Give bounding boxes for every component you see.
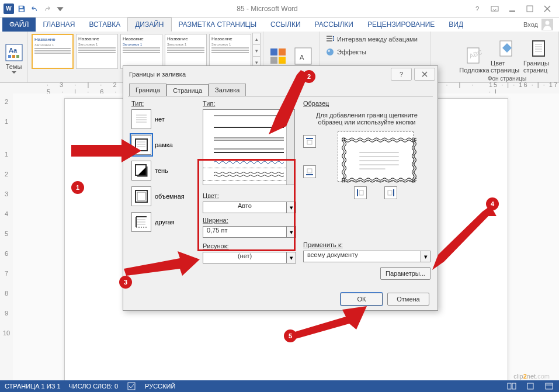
cancel-button[interactable]: Отмена bbox=[387, 293, 429, 306]
tab-insert[interactable]: ВСТАВКА bbox=[82, 18, 127, 32]
annotation-badge-2: 2 bbox=[303, 70, 315, 83]
style-set-thumb[interactable]: НазваниеЗаголовок 1 bbox=[32, 34, 74, 69]
watermark-button[interactable]: ABC Подложка bbox=[458, 33, 491, 74]
svg-rect-44 bbox=[359, 190, 363, 195]
style-gallery-scroll[interactable]: ▴▾▾ bbox=[252, 33, 261, 69]
status-page[interactable]: СТРАНИЦА 1 ИЗ 1 bbox=[5, 383, 61, 390]
window-title: 85 - Microsoft Word bbox=[65, 5, 469, 13]
fonts-icon: A bbox=[294, 47, 313, 65]
word-icon: W bbox=[4, 4, 14, 14]
svg-rect-53 bbox=[508, 383, 511, 389]
vertical-ruler: 2112345678910 bbox=[0, 93, 13, 380]
page-color-button[interactable]: Цвет страницы bbox=[491, 33, 523, 74]
help-icon[interactable]: ? bbox=[469, 3, 485, 15]
svg-point-18 bbox=[327, 48, 334, 55]
svg-rect-3 bbox=[509, 11, 515, 12]
pageborders-label: Границы страниц bbox=[523, 60, 556, 74]
svg-rect-27 bbox=[137, 192, 145, 200]
svg-rect-35 bbox=[307, 140, 312, 144]
account-area[interactable]: Вход bbox=[523, 18, 559, 32]
tab-layout[interactable]: РАЗМЕТКА СТРАНИЦЫ bbox=[172, 18, 264, 32]
svg-rect-52 bbox=[128, 383, 135, 390]
tab-mailings[interactable]: РАССЫЛКИ bbox=[308, 18, 360, 32]
apply-dropdown[interactable]: всему документу▾ bbox=[303, 251, 430, 262]
type-label: Тип: bbox=[131, 100, 197, 107]
preview-label: Образец bbox=[303, 100, 430, 107]
type-none[interactable]: нет bbox=[131, 109, 197, 129]
dialog-close-icon[interactable] bbox=[414, 68, 435, 81]
qat-redo-icon[interactable] bbox=[42, 4, 53, 14]
border-bottom-toggle[interactable] bbox=[303, 165, 316, 178]
svg-rect-23 bbox=[533, 41, 544, 56]
tab-home[interactable]: ГЛАВНАЯ bbox=[36, 18, 82, 32]
type-shadow[interactable]: тень bbox=[131, 161, 197, 181]
ribbon-tabs: ФАЙЛ ГЛАВНАЯ ВСТАВКА ДИЗАЙН РАЗМЕТКА СТР… bbox=[0, 18, 559, 32]
preview-hint: Для добавления границ щелкните образец и… bbox=[303, 109, 430, 131]
ribbon-opts-icon[interactable] bbox=[487, 3, 503, 15]
style-label: Тип: bbox=[203, 100, 295, 107]
proofing-icon[interactable] bbox=[126, 382, 137, 390]
border-left-toggle[interactable] bbox=[354, 186, 367, 199]
sign-in-label: Вход bbox=[523, 21, 538, 28]
svg-rect-15 bbox=[279, 57, 286, 64]
view-print-icon[interactable] bbox=[525, 382, 536, 390]
qat-customize-icon[interactable] bbox=[55, 4, 65, 14]
dialog-title: Границы и заливка bbox=[129, 71, 186, 78]
tab-review[interactable]: РЕЦЕНЗИРОВАНИЕ bbox=[360, 18, 442, 32]
annotation-badge-5: 5 bbox=[284, 329, 297, 342]
annotation-badge-1: 1 bbox=[71, 181, 84, 194]
tab-references[interactable]: ССЫЛКИ bbox=[263, 18, 307, 32]
view-web-icon[interactable] bbox=[544, 382, 554, 390]
svg-rect-54 bbox=[512, 383, 516, 389]
type-custom[interactable]: другая bbox=[131, 212, 197, 232]
tab-design[interactable]: ДИЗАЙН bbox=[127, 18, 171, 32]
annotation-redbox bbox=[197, 159, 296, 251]
close-icon[interactable] bbox=[539, 3, 555, 15]
style-set-thumb[interactable]: НазваниеЗаголовок 1 bbox=[209, 34, 251, 69]
themes-button[interactable]: Aa Темы bbox=[2, 33, 25, 74]
type-box[interactable]: рамка bbox=[131, 135, 197, 155]
view-read-icon[interactable] bbox=[506, 382, 517, 390]
svg-rect-9 bbox=[8, 55, 11, 58]
spacing-label: Интервал между абзацами bbox=[337, 36, 418, 43]
art-dropdown[interactable]: (нет)▾ bbox=[203, 252, 296, 263]
ok-button[interactable]: ОК bbox=[341, 293, 383, 306]
qat-undo-icon[interactable] bbox=[29, 4, 40, 14]
spacing-icon bbox=[325, 34, 335, 44]
paragraph-spacing-button[interactable]: Интервал между абзацами bbox=[322, 33, 421, 46]
options-button[interactable]: Параметры... bbox=[380, 267, 430, 280]
dialog-help-icon[interactable]: ? bbox=[391, 68, 412, 81]
tab-file[interactable]: ФАЙЛ bbox=[2, 18, 36, 32]
svg-rect-14 bbox=[270, 57, 277, 64]
svg-point-19 bbox=[328, 50, 330, 52]
svg-rect-45 bbox=[388, 190, 392, 195]
maximize-icon[interactable] bbox=[522, 3, 538, 15]
type-3d[interactable]: объемная bbox=[131, 186, 197, 206]
effects-button[interactable]: Эффекты bbox=[322, 46, 370, 58]
dialog-tab-border[interactable]: Граница bbox=[129, 84, 166, 96]
svg-rect-55 bbox=[527, 383, 533, 389]
svg-text:A: A bbox=[300, 54, 304, 61]
status-lang[interactable]: РУССКИЙ bbox=[145, 383, 175, 390]
style-set-thumb[interactable]: НазваниеЗаголовок 1 bbox=[76, 34, 118, 69]
page-borders-button[interactable]: Границы страниц bbox=[523, 33, 556, 74]
themes-icon: Aa bbox=[5, 43, 23, 62]
titlebar: W 85 - Microsoft Word ? bbox=[0, 0, 559, 18]
border-top-toggle[interactable] bbox=[303, 135, 316, 148]
dialog-tab-fill[interactable]: Заливка bbox=[209, 84, 246, 96]
tab-view[interactable]: ВИД bbox=[442, 18, 470, 32]
minimize-icon[interactable] bbox=[504, 3, 520, 15]
dialog-tab-page[interactable]: Страница bbox=[166, 84, 209, 96]
svg-rect-10 bbox=[12, 55, 15, 58]
style-set-thumb[interactable]: НазваниеЗаголовок 1 bbox=[120, 34, 162, 69]
effects-label: Эффекты bbox=[337, 48, 366, 55]
svg-text:Aa: Aa bbox=[9, 47, 18, 54]
apply-label: Применить к: bbox=[303, 241, 430, 248]
qat-save-icon[interactable] bbox=[16, 4, 27, 14]
preview-box[interactable] bbox=[338, 131, 414, 182]
style-set-thumb[interactable]: НазваниеЗаголовок 1 bbox=[165, 34, 207, 69]
colors-icon bbox=[269, 47, 287, 65]
svg-rect-1 bbox=[20, 9, 24, 11]
border-right-toggle[interactable] bbox=[384, 186, 397, 199]
status-words[interactable]: ЧИСЛО СЛОВ: 0 bbox=[69, 383, 119, 390]
